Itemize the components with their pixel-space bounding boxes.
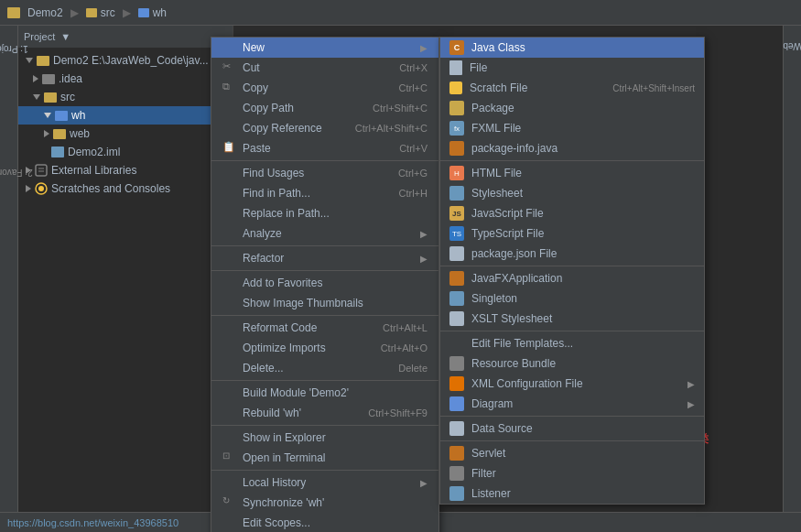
- sep4: [211, 315, 438, 316]
- tree-item-extlib[interactable]: External Libraries: [18, 161, 233, 179]
- menu-item-addtofav[interactable]: Add to Favorites: [211, 273, 438, 293]
- menu-label-refactor: Refactor: [243, 252, 284, 265]
- file-new-icon: [449, 60, 462, 75]
- submenu-item-javafxapp[interactable]: JavaFXApplication: [440, 268, 704, 288]
- project-folder-icon: [7, 7, 20, 18]
- tab-web[interactable]: Web: [779, 39, 801, 53]
- submenu-item-servlet[interactable]: Servlet: [440, 443, 704, 463]
- submenu-item-javaclass[interactable]: C Java Class: [440, 38, 704, 58]
- tree-item-web[interactable]: web: [18, 125, 233, 143]
- filter-icon: [449, 466, 464, 481]
- submenu-item-xslt[interactable]: XSLT Stylesheet: [440, 309, 704, 329]
- tree-item-idea[interactable]: .idea: [18, 70, 233, 88]
- copypath-shortcut: Ctrl+Shift+C: [373, 103, 428, 114]
- listener-icon: [449, 486, 464, 501]
- menu-item-optimizeimports[interactable]: Optimize Imports Ctrl+Alt+O: [211, 338, 438, 358]
- menu-item-new[interactable]: New ▶: [211, 38, 438, 58]
- js-icon: JS: [449, 206, 464, 221]
- tree-item-src[interactable]: src: [18, 88, 233, 106]
- submenu-item-tsfile[interactable]: TS TypeScript File: [440, 223, 704, 244]
- menu-item-copy[interactable]: ⧉ Copy Ctrl+C: [211, 78, 438, 98]
- menu-item-editscopes[interactable]: Edit Scopes...: [211, 513, 438, 532]
- tree-item-demo2iml[interactable]: Demo2.iml: [18, 143, 233, 161]
- menu-item-delete[interactable]: Delete... Delete: [211, 358, 438, 378]
- reformatcode-icon: [222, 320, 237, 335]
- menu-item-findinpath[interactable]: Find in Path... Ctrl+H: [211, 183, 438, 203]
- submenu-item-fxmlfile[interactable]: fx FXML File: [440, 118, 704, 138]
- menu-label-openinterminal: Open in Terminal: [243, 451, 326, 464]
- menu-item-buildmodule[interactable]: Build Module 'Demo2': [211, 383, 438, 403]
- submenu-item-jsfile[interactable]: JS JavaScript File: [440, 203, 704, 223]
- menu-item-copypath[interactable]: Copy Path Ctrl+Shift+C: [211, 98, 438, 118]
- json-icon: [449, 246, 464, 261]
- xslt-icon: [449, 311, 464, 326]
- menu-item-cut[interactable]: ✂ Cut Ctrl+X: [211, 58, 438, 78]
- submenu-item-filter[interactable]: Filter: [440, 463, 704, 483]
- submenu-item-jsonfile[interactable]: package.json File: [440, 244, 704, 264]
- tree-item-scratch[interactable]: Scratches and Consoles: [18, 179, 233, 198]
- menu-item-analyze[interactable]: Analyze ▶: [211, 223, 438, 244]
- submenu-item-file[interactable]: File: [440, 58, 704, 78]
- singleton-icon: [449, 291, 464, 306]
- menu-item-showinexplorer[interactable]: Show in Explorer: [211, 428, 438, 448]
- menu-item-reformatcode[interactable]: Reformat Code Ctrl+Alt+L: [211, 318, 438, 338]
- submenu-label-pkginfo: package-info.java: [471, 142, 557, 155]
- submenu-item-htmlfile[interactable]: H HTML File: [440, 163, 704, 183]
- submenu-item-datasource[interactable]: Data Source: [440, 418, 704, 439]
- menu-label-showthumbs: Show Image Thumbnails: [243, 297, 363, 309]
- submenu-item-package[interactable]: Package: [440, 98, 704, 118]
- menu-item-refactor[interactable]: Refactor ▶: [211, 248, 438, 268]
- sep7: [211, 470, 438, 471]
- sub-sep3: [440, 331, 704, 331]
- tree-item-wh[interactable]: wh: [18, 106, 233, 125]
- submenu-label-singleton: Singleton: [471, 292, 517, 305]
- menu-item-synchronize[interactable]: ↻ Synchronize 'wh': [211, 493, 438, 513]
- submenu-label-fxmlfile: FXML File: [471, 122, 521, 135]
- menu-item-showthumbs[interactable]: Show Image Thumbnails: [211, 293, 438, 313]
- submenu-item-pkginfo[interactable]: package-info.java: [440, 138, 704, 158]
- menu-item-paste[interactable]: 📋 Paste Ctrl+V: [211, 138, 438, 158]
- diagram-submenu-arrow: ▶: [687, 399, 695, 409]
- submenu-label-package: Package: [471, 102, 514, 114]
- submenu-item-resourcebundle[interactable]: Resource Bundle: [440, 353, 704, 374]
- tab-favorites[interactable]: 2: Favorites: [0, 166, 37, 179]
- menu-item-copyref[interactable]: Copy Reference Ctrl+Alt+Shift+C: [211, 118, 438, 138]
- submenu-label-javaclass: Java Class: [471, 41, 525, 54]
- menu-item-openinterminal[interactable]: ⊡ Open in Terminal: [211, 448, 438, 468]
- context-menu: New ▶ ✂ Cut Ctrl+X ⧉ Copy Ctrl+C Copy Pa…: [211, 37, 439, 532]
- replaceinpath-icon: [222, 206, 237, 221]
- breadcrumb-sep2: ▶: [123, 6, 131, 19]
- tree-label-src: src: [60, 91, 75, 103]
- menu-item-replaceinpath[interactable]: Replace in Path...: [211, 203, 438, 223]
- datasource-icon: [449, 421, 464, 436]
- submenu-item-listener[interactable]: Listener: [440, 483, 704, 504]
- fxml-icon: fx: [449, 121, 464, 136]
- submenu-item-diagram[interactable]: Diagram ▶: [440, 394, 704, 414]
- expand-scratch-icon: [26, 185, 31, 192]
- tab-project[interactable]: 1: Project: [0, 42, 32, 56]
- submenu-item-scratchfile[interactable]: Scratch File Ctrl+Alt+Shift+Insert: [440, 78, 704, 98]
- scratch-file-icon: [449, 81, 462, 94]
- submenu-item-stylesheet[interactable]: Stylesheet: [440, 183, 704, 203]
- menu-item-rebuild[interactable]: Rebuild 'wh' Ctrl+Shift+F9: [211, 403, 438, 423]
- menu-item-findusages[interactable]: Find Usages Ctrl+G: [211, 163, 438, 183]
- submenu-item-edittemplate[interactable]: Edit File Templates...: [440, 333, 704, 353]
- new-submenu: C Java Class File Scratch File Ctrl+Alt+…: [439, 37, 705, 505]
- rebuild-icon: [222, 406, 237, 420]
- submenu-item-singleton[interactable]: Singleton: [440, 288, 704, 309]
- project-header: Project ▼: [18, 26, 233, 48]
- submenu-item-xmlconfig[interactable]: XML Configuration File ▶: [440, 374, 704, 394]
- menu-label-delete: Delete...: [243, 362, 284, 375]
- idea-folder-icon: [42, 74, 55, 84]
- submenu-label-diagram: Diagram: [471, 397, 513, 410]
- menu-label-replaceinpath: Replace in Path...: [243, 207, 330, 220]
- menu-label-buildmodule: Build Module 'Demo2': [243, 386, 349, 399]
- buildmodule-icon: [222, 385, 237, 400]
- menu-label-synchronize: Synchronize 'wh': [243, 496, 324, 509]
- menu-item-localhistory[interactable]: Local History ▶: [211, 472, 438, 493]
- tree-item-demo2[interactable]: Demo2 E:\JavaWeb_Code\jav...: [18, 51, 233, 70]
- menu-label-paste: Paste: [243, 142, 271, 155]
- copy-icon: ⧉: [222, 81, 237, 95]
- sep6: [211, 425, 438, 426]
- project-dropdown-icon[interactable]: ▼: [60, 31, 70, 42]
